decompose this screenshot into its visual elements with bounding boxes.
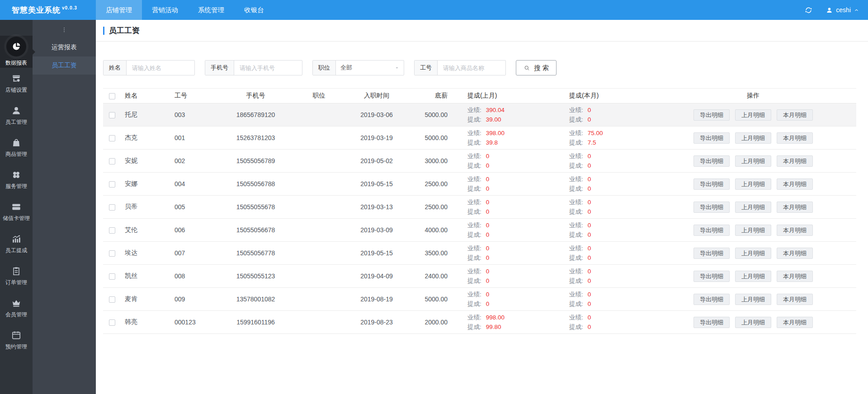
base-salary: 3000.00 — [413, 150, 451, 173]
this-month-detail-button[interactable]: 本月明细 — [777, 109, 813, 121]
row-checkbox[interactable] — [109, 181, 115, 188]
phone-number: 13578001082 — [214, 288, 297, 311]
sidebar-item[interactable]: 服务管理 — [0, 164, 33, 196]
performance-label: 业绩: — [569, 313, 583, 322]
export-detail-button[interactable]: 导出明细 — [693, 202, 730, 213]
last-month-detail-button[interactable]: 上月明细 — [735, 248, 771, 259]
export-detail-button[interactable]: 导出明细 — [693, 317, 730, 328]
this-month-detail-button[interactable]: 本月明细 — [777, 155, 813, 167]
nav-tab[interactable]: 店铺管理 — [96, 0, 142, 20]
export-detail-button[interactable]: 导出明细 — [693, 109, 730, 121]
phone-input[interactable] — [234, 61, 302, 75]
select-all-checkbox[interactable] — [109, 93, 115, 99]
commission-value: 0 — [486, 161, 490, 170]
this-month-detail-button[interactable]: 本月明细 — [777, 248, 813, 259]
performance-label: 业绩: — [467, 313, 481, 322]
row-checkbox[interactable] — [109, 250, 115, 257]
row-checkbox[interactable] — [109, 273, 115, 280]
commission-this-month: 业绩:0 提成:0 — [553, 103, 650, 127]
base-salary: 2500.00 — [413, 173, 451, 196]
topbar: 智慧美业系统v0.0.3 店铺管理 营销活动 系统管理 收银台 ceshi — [0, 0, 868, 20]
nav-tab[interactable]: 系统管理 — [188, 0, 234, 20]
submenu-item[interactable]: 运营报表 — [33, 38, 96, 56]
position — [297, 311, 340, 334]
commission-this-month: 业绩:0 提成:0 — [553, 173, 650, 196]
job-number-input[interactable] — [438, 61, 505, 75]
this-month-detail-button[interactable]: 本月明细 — [777, 132, 813, 144]
this-month-detail-button[interactable]: 本月明细 — [777, 317, 813, 328]
sidebar-item[interactable]: 数据报表 — [0, 36, 33, 68]
export-detail-button[interactable]: 导出明细 — [693, 271, 730, 282]
submenu-item[interactable]: 员工工资 — [33, 56, 96, 75]
export-detail-button[interactable]: 导出明细 — [693, 225, 730, 236]
nav-tab-label: 店铺管理 — [106, 6, 132, 14]
last-month-detail-button[interactable]: 上月明细 — [735, 294, 771, 305]
this-month-detail-button[interactable]: 本月明细 — [777, 202, 813, 213]
performance-value: 0 — [588, 174, 591, 184]
sidebar-item[interactable]: 订单管理 — [0, 260, 33, 292]
last-month-detail-button[interactable]: 上月明细 — [735, 155, 771, 167]
app-logo: 智慧美业系统v0.0.3 — [0, 5, 77, 15]
user-name: ceshi — [836, 6, 851, 14]
row-checkbox[interactable] — [109, 204, 115, 211]
sidebar-item[interactable]: 商品管理 — [0, 132, 33, 164]
commission-last-month: 业绩:0 提成:0 — [451, 265, 553, 288]
column-header: 手机号 — [214, 89, 297, 103]
this-month-detail-button[interactable]: 本月明细 — [777, 178, 813, 190]
last-month-detail-button[interactable]: 上月明细 — [735, 317, 771, 328]
submenu-more-button[interactable] — [33, 24, 96, 35]
base-salary: 2500.00 — [413, 196, 451, 219]
commission-last-month: 业绩:998.00 提成:99.80 — [451, 311, 553, 334]
last-month-detail-button[interactable]: 上月明细 — [735, 109, 771, 121]
nav-tab[interactable]: 营销活动 — [142, 0, 188, 20]
export-detail-button[interactable]: 导出明细 — [693, 294, 730, 305]
this-month-detail-button[interactable]: 本月明细 — [777, 271, 813, 282]
refresh-icon[interactable] — [805, 6, 812, 14]
four-circles-icon — [11, 170, 21, 180]
name-input[interactable] — [127, 61, 194, 75]
nav-tab[interactable]: 收银台 — [234, 0, 274, 20]
employee-table: 姓名工号手机号职位入职时间底薪提成(上月)提成(本月)操作 托尼 003 186… — [103, 88, 856, 334]
search-button[interactable]: 搜 索 — [516, 60, 557, 75]
last-month-detail-button[interactable]: 上月明细 — [735, 178, 771, 190]
row-checkbox[interactable] — [109, 158, 115, 164]
row-checkbox[interactable] — [109, 296, 115, 303]
user-menu[interactable]: ceshi — [826, 6, 859, 14]
position-select[interactable]: 全部 — [336, 61, 404, 75]
sidebar-item[interactable]: 储值卡管理 — [0, 196, 33, 228]
row-checkbox[interactable] — [109, 112, 115, 118]
hire-date: 2019-08-23 — [340, 311, 413, 334]
last-month-detail-button[interactable]: 上月明细 — [735, 271, 771, 282]
export-detail-button[interactable]: 导出明细 — [693, 178, 730, 190]
sidebar-item[interactable]: 预约管理 — [0, 324, 33, 356]
table-row: 托尼 003 18656789120 2019-03-06 5000.00 业绩… — [103, 103, 856, 127]
this-month-detail-button[interactable]: 本月明细 — [777, 225, 813, 236]
row-checkbox[interactable] — [109, 135, 115, 141]
sidebar-item[interactable]: 会员管理 — [0, 292, 33, 324]
commission-value: 0 — [486, 299, 490, 309]
performance-value: 0 — [588, 197, 591, 207]
base-salary: 4000.00 — [413, 219, 451, 242]
commission-label: 提成: — [569, 322, 583, 332]
this-month-detail-button[interactable]: 本月明细 — [777, 294, 813, 305]
commission-this-month: 业绩:0 提成:0 — [553, 196, 650, 219]
pie-chart-icon — [6, 37, 26, 56]
row-checkbox[interactable] — [109, 319, 115, 326]
crown-icon — [11, 298, 21, 308]
sidebar-item-label: 员工提成 — [5, 247, 27, 254]
sidebar-item[interactable]: 员工管理 — [0, 100, 33, 132]
caret-up-icon — [854, 8, 859, 13]
last-month-detail-button[interactable]: 上月明细 — [735, 225, 771, 236]
sidebar-item[interactable]: 店铺设置 — [0, 68, 33, 100]
job-number: 003 — [171, 103, 214, 127]
export-detail-button[interactable]: 导出明细 — [693, 132, 730, 144]
export-detail-button[interactable]: 导出明细 — [693, 155, 730, 167]
performance-value: 0 — [486, 267, 490, 276]
filter-phone-group: 手机号 — [205, 60, 302, 75]
sidebar-item[interactable]: 员工提成 — [0, 228, 33, 260]
base-salary: 5000.00 — [413, 288, 451, 311]
export-detail-button[interactable]: 导出明细 — [693, 248, 730, 259]
row-checkbox[interactable] — [109, 227, 115, 234]
last-month-detail-button[interactable]: 上月明细 — [735, 132, 771, 144]
last-month-detail-button[interactable]: 上月明细 — [735, 202, 771, 213]
